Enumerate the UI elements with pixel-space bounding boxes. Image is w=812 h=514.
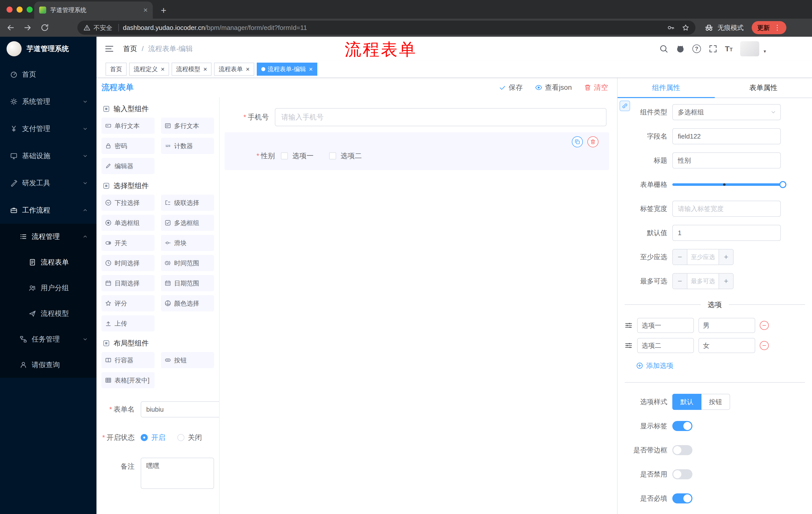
palette-item-checkbox[interactable]: 多选框组 bbox=[161, 215, 214, 231]
app-logo[interactable]: 芋道管理系统 bbox=[0, 37, 96, 61]
phone-input[interactable] bbox=[275, 108, 607, 126]
palette-item-lock[interactable]: 密码 bbox=[102, 138, 154, 154]
search-button[interactable] bbox=[659, 44, 668, 53]
browser-tab[interactable]: 芋道管理系统 × bbox=[34, 1, 153, 19]
view-json-button[interactable]: 查看json bbox=[535, 83, 572, 92]
back-button[interactable] bbox=[6, 23, 15, 32]
sidebar-item-devtools[interactable]: 研发工具 bbox=[0, 169, 96, 197]
palette-item-table[interactable]: 表格[开发中] bbox=[102, 372, 154, 388]
link-button[interactable] bbox=[619, 101, 630, 111]
palette-item-textarea[interactable]: 多行文本 bbox=[161, 118, 214, 134]
option-label-input[interactable] bbox=[637, 318, 694, 333]
palette-item-input[interactable]: 单行文本 bbox=[102, 118, 154, 134]
decrease-button[interactable]: − bbox=[673, 249, 687, 265]
palette-item-select[interactable]: 下拉选择 bbox=[102, 195, 154, 211]
decrease-button[interactable]: − bbox=[673, 274, 687, 289]
form-canvas[interactable]: 手机号 性别 选项一 选项二 bbox=[220, 97, 617, 514]
tag-流程定义[interactable]: 流程定义× bbox=[129, 63, 169, 76]
selected-component-gender[interactable]: 性别 选项一 选项二 bbox=[225, 132, 609, 170]
window-minimize-button[interactable] bbox=[17, 6, 23, 12]
palette-item-clock-range[interactable]: 时间范围 bbox=[161, 255, 214, 271]
style-button-button[interactable]: 按钮 bbox=[701, 394, 730, 410]
switch-是否带边框[interactable] bbox=[672, 445, 692, 455]
tag-close-icon[interactable]: × bbox=[246, 66, 250, 73]
palette-item-editor[interactable]: 编辑器 bbox=[102, 158, 154, 174]
address-bar[interactable]: 不安全 dashboard.yudao.iocoder.cn/bpm/manag… bbox=[77, 21, 695, 35]
sidebar-item-process-management[interactable]: 流程管理 bbox=[0, 224, 96, 249]
option-value-input[interactable] bbox=[698, 318, 755, 333]
save-button[interactable]: 保存 bbox=[499, 83, 523, 92]
style-default-button[interactable]: 默认 bbox=[672, 394, 701, 410]
sidebar-item-workflow[interactable]: 工作流程 bbox=[0, 197, 96, 224]
radio-closed[interactable]: 关闭 bbox=[177, 433, 202, 442]
drag-handle-icon[interactable] bbox=[625, 321, 633, 329]
max-select-stepper[interactable]: −最多可选+ bbox=[672, 273, 734, 289]
palette-item-row[interactable]: 行容器 bbox=[102, 352, 154, 368]
option-value-input[interactable] bbox=[698, 338, 755, 353]
checkbox-option-1[interactable]: 选项一 bbox=[281, 151, 314, 161]
palette-item-slider[interactable]: 滑块 bbox=[161, 235, 214, 251]
palette-item-button[interactable]: 按钮 bbox=[161, 352, 214, 368]
palette-item-color[interactable]: 颜色选择 bbox=[161, 295, 214, 311]
browser-menu-icon[interactable]: ⋮ bbox=[774, 24, 781, 31]
slider-thumb[interactable] bbox=[779, 181, 786, 188]
tag-close-icon[interactable]: × bbox=[203, 66, 207, 73]
tag-close-icon[interactable]: × bbox=[309, 66, 313, 73]
window-zoom-button[interactable] bbox=[27, 6, 33, 12]
component-type-select[interactable]: 多选框组 bbox=[672, 104, 781, 120]
breadcrumb-home[interactable]: 首页 bbox=[123, 44, 137, 54]
title-input[interactable] bbox=[672, 153, 781, 168]
fullscreen-button[interactable] bbox=[708, 44, 718, 53]
increase-button[interactable]: + bbox=[719, 249, 733, 265]
radio-open[interactable]: 开启 bbox=[141, 433, 165, 442]
sidebar-item-home[interactable]: 首页 bbox=[0, 61, 96, 88]
option-label-input[interactable] bbox=[637, 338, 694, 353]
window-close-button[interactable] bbox=[6, 6, 12, 12]
bookmark-star-button[interactable] bbox=[682, 24, 689, 31]
min-select-stepper[interactable]: −至少应选+ bbox=[672, 249, 734, 265]
reload-button[interactable] bbox=[40, 23, 49, 32]
tab-form-props[interactable]: 表单属性 bbox=[715, 78, 812, 98]
sidebar-toggle-button[interactable] bbox=[105, 44, 114, 54]
palette-item-switch[interactable]: 开关 bbox=[102, 235, 154, 251]
default-value-input[interactable] bbox=[672, 225, 781, 241]
sidebar-item-task-management[interactable]: 任务管理 bbox=[0, 326, 96, 352]
tag-首页[interactable]: 首页 bbox=[106, 63, 127, 76]
tag-流程模型[interactable]: 流程模型× bbox=[172, 63, 211, 76]
caret-down-icon[interactable]: ▼ bbox=[763, 49, 767, 54]
new-tab-button[interactable]: + bbox=[161, 5, 166, 15]
help-icon[interactable]: ? bbox=[692, 45, 701, 53]
switch-显示标签[interactable] bbox=[672, 421, 692, 431]
forward-button[interactable] bbox=[23, 23, 32, 32]
github-button[interactable] bbox=[676, 44, 685, 53]
delete-component-button[interactable] bbox=[587, 136, 599, 147]
copy-component-button[interactable] bbox=[572, 136, 583, 147]
password-manager-button[interactable] bbox=[667, 24, 675, 31]
palette-item-cascade[interactable]: 级联选择 bbox=[161, 195, 214, 211]
avatar[interactable] bbox=[740, 41, 759, 56]
tag-流程表单[interactable]: 流程表单× bbox=[214, 63, 254, 76]
switch-是否禁用[interactable] bbox=[672, 469, 692, 479]
tag-流程表单-编辑[interactable]: 流程表单-编辑× bbox=[257, 63, 317, 76]
switch-是否必填[interactable] bbox=[672, 493, 692, 504]
tab-close-icon[interactable]: × bbox=[143, 6, 148, 14]
sidebar-item-user-group[interactable]: 用户分组 bbox=[0, 275, 96, 301]
increase-button[interactable]: + bbox=[719, 274, 733, 289]
label-width-input[interactable] bbox=[672, 201, 781, 217]
palette-item-upload[interactable]: 上传 bbox=[102, 315, 154, 331]
grid-slider[interactable] bbox=[672, 177, 783, 193]
palette-item-radio[interactable]: 单选框组 bbox=[102, 215, 154, 231]
tab-component-props[interactable]: 组件属性 bbox=[617, 78, 715, 98]
sidebar-item-infrastructure[interactable]: 基础设施 bbox=[0, 142, 96, 169]
form-name-input[interactable] bbox=[141, 401, 220, 417]
sidebar-item-system[interactable]: 系统管理 bbox=[0, 88, 96, 115]
remove-option-button[interactable]: − bbox=[760, 341, 769, 350]
tag-close-icon[interactable]: × bbox=[161, 66, 165, 73]
sidebar-item-process-model[interactable]: 流程模型 bbox=[0, 301, 96, 326]
palette-item-calendar[interactable]: 日期选择 bbox=[102, 275, 154, 291]
palette-item-counter[interactable]: 123计数器 bbox=[161, 138, 214, 154]
field-name-input[interactable] bbox=[672, 128, 781, 144]
update-button[interactable]: 更新 ⋮ bbox=[752, 21, 786, 34]
font-size-button[interactable]: TT bbox=[725, 45, 733, 53]
remark-textarea[interactable]: 嘿嘿 bbox=[141, 458, 214, 489]
